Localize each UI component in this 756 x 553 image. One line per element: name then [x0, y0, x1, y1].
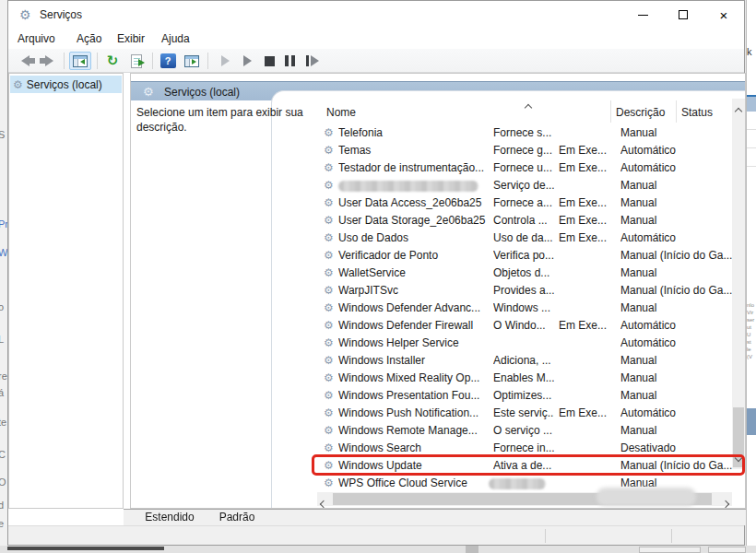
service-gear-icon: ⚙	[324, 387, 334, 405]
service-row[interactable]: ⚙Testador de instrumentação...Fornece u.…	[317, 159, 734, 177]
service-gear-icon: ⚙	[324, 300, 334, 317]
scroll-right-icon[interactable]	[723, 497, 728, 509]
refresh-icon: ↻	[107, 53, 119, 69]
services-gear-icon: ⚙	[13, 78, 23, 91]
tab-padrao[interactable]: Padrão	[208, 510, 266, 525]
bg-text-fragment: Pr	[0, 218, 7, 229]
service-startup-type: Manual (Início do Ga...	[620, 247, 738, 265]
service-gear-icon: ⚙	[324, 212, 334, 229]
service-row[interactable]: ⚙WalletServiceObjetos d...Manual	[317, 265, 734, 282]
menu-ajuda[interactable]: Ajuda	[161, 32, 190, 45]
bg-line	[747, 147, 756, 148]
title-bar[interactable]: ⚙ Serviços ×	[8, 1, 744, 29]
service-row[interactable]: ⚙Windows Remote Manage...O serviço ...Ma…	[317, 422, 734, 440]
service-row[interactable]: ⚙Serviço de...Manual	[317, 177, 734, 194]
scroll-left-icon[interactable]	[321, 497, 326, 509]
service-description: Fornece s...	[493, 124, 554, 142]
bg-text-fragment: st	[747, 339, 751, 345]
pause-service-button[interactable]	[281, 52, 298, 70]
highlight-annotation-box	[312, 454, 745, 476]
list-column-header: Nome Descrição Status Tipo de Inicializa…	[317, 99, 746, 124]
bg-text-fragment: S	[0, 129, 5, 140]
service-row[interactable]: ⚙TelefoniaFornece s...Manual	[317, 124, 734, 142]
service-startup-type: Manual	[620, 387, 738, 405]
back-button[interactable]	[16, 52, 34, 70]
stop-service-button[interactable]	[261, 52, 278, 70]
service-startup-type: Automático	[620, 317, 738, 335]
restart-icon	[306, 55, 319, 66]
show-action-pane-button[interactable]	[182, 52, 202, 70]
close-button[interactable]: ×	[703, 1, 744, 29]
column-separator[interactable]	[676, 100, 677, 123]
column-nome[interactable]: Nome	[326, 106, 356, 119]
service-description: O serviço ...	[493, 422, 554, 440]
service-status: Em Exe...	[559, 212, 614, 229]
service-gear-icon: ⚙	[324, 124, 334, 142]
window-title: Serviços	[40, 8, 82, 21]
service-gear-icon: ⚙	[324, 229, 334, 247]
services-main-panel: ⚙ Serviços (local) Selecione um item par…	[130, 73, 746, 509]
screen: SPrWoLreáteCOde knloVirserutUstle(V ⚙ Se…	[0, 0, 756, 553]
tab-estendido[interactable]: Estendido	[133, 510, 207, 525]
service-name: Temas	[338, 142, 488, 159]
service-gear-icon: ⚙	[324, 352, 334, 370]
service-gear-icon: ⚙	[324, 194, 334, 212]
service-row[interactable]: ⚙Uso de DadosUso de da...Em Exe...Automá…	[317, 229, 734, 247]
service-row[interactable]: ⚙TemasFornece g...Em Exe...Automático	[317, 142, 734, 159]
forward-button[interactable]	[40, 52, 58, 70]
console-tree-icon	[73, 55, 88, 67]
scroll-up-icon[interactable]	[736, 104, 741, 117]
bg-text-fragment: L	[0, 334, 4, 345]
tree-item-servicos-local[interactable]: ⚙ Serviços (local)	[10, 76, 122, 93]
service-row[interactable]: ⚙Windows InstallerAdiciona, ...Manual	[317, 352, 734, 370]
help-button[interactable]: ?	[158, 52, 178, 70]
maximize-button[interactable]	[663, 1, 703, 29]
forward-icon	[45, 55, 53, 66]
column-status[interactable]: Status	[681, 106, 713, 119]
service-name: Windows Helper Service	[338, 335, 488, 352]
service-row[interactable]: ⚙WarpJITSvcProvides a...Manual (Início d…	[317, 282, 734, 300]
service-row[interactable]: ⚙Windows Defender FirewallO Windo...Em E…	[317, 317, 734, 335]
service-startup-type: Manual	[620, 370, 738, 387]
export-list-button[interactable]	[126, 52, 147, 70]
show-console-tree-button[interactable]	[69, 52, 91, 70]
bg-text-fragment: nlo	[747, 302, 754, 308]
start-service-alt-button[interactable]	[239, 52, 255, 70]
menu-acao[interactable]: Ação	[77, 32, 101, 45]
bg-text-fragment: o	[0, 301, 4, 312]
column-descricao[interactable]: Descrição	[616, 106, 665, 119]
service-startup-type: Automático	[620, 405, 738, 422]
service-startup-type: Automático	[620, 229, 738, 247]
menu-arquivo[interactable]: Arquivo	[18, 32, 55, 45]
toolbar-separator	[152, 53, 153, 69]
redaction-blur	[597, 488, 696, 506]
service-row[interactable]: ⚙Windows Presentation Fou...Optimizes...…	[317, 387, 734, 405]
service-name: WarpJITSvc	[338, 282, 488, 300]
menu-bar: Arquivo Ação Exibir Ajuda	[8, 29, 744, 49]
redacted-description-blur	[489, 478, 546, 489]
service-row[interactable]: ⚙Windows Defender Advanc...Windows ...Ma…	[317, 300, 734, 317]
service-row[interactable]: ⚙Windows Mixed Reality Op...Enables M...…	[317, 370, 734, 387]
service-status: Em Exe...	[559, 194, 614, 212]
minimize-button[interactable]	[622, 1, 663, 29]
service-description: Optimizes...	[493, 387, 554, 405]
vertical-scrollbar[interactable]	[732, 99, 745, 469]
maximize-icon	[679, 10, 688, 19]
menu-exibir[interactable]: Exibir	[117, 32, 145, 45]
close-icon: ×	[720, 8, 728, 22]
column-separator[interactable]	[610, 100, 611, 123]
refresh-button[interactable]: ↻	[102, 52, 123, 70]
service-row[interactable]: ⚙Windows Helper ServiceAutomático	[317, 335, 734, 352]
service-rows: ⚙TelefoniaFornece s...Manual⚙TemasFornec…	[317, 124, 734, 493]
service-row[interactable]: ⚙Verificador de PontoVerifica po...Manua…	[317, 247, 734, 265]
service-description: Fornece g...	[493, 142, 554, 159]
service-description: Este serviç...	[493, 405, 554, 422]
service-name: User Data Storage_2e06ba25	[338, 212, 488, 229]
service-row[interactable]: ⚙User Data Access_2e06ba25Fornece a...Em…	[317, 194, 734, 212]
bg-text-fragment: te	[0, 417, 6, 428]
service-row[interactable]: ⚙Windows Push Notification...Este serviç…	[317, 405, 734, 422]
bg-band	[747, 97, 756, 112]
start-service-button[interactable]	[217, 52, 233, 70]
service-row[interactable]: ⚙User Data Storage_2e06ba25Controla ...E…	[317, 212, 734, 229]
restart-service-button[interactable]	[303, 52, 322, 70]
